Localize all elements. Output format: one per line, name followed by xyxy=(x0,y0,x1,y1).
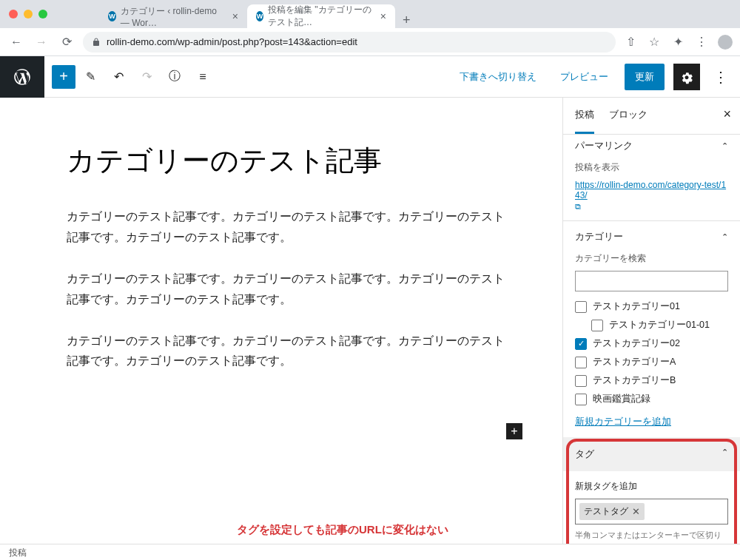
categories-panel-toggle[interactable]: カテゴリー ⌃ xyxy=(575,230,728,243)
panel-title: タグ xyxy=(575,448,594,461)
category-label: テストカテゴリーB xyxy=(593,374,676,387)
wordpress-favicon: W xyxy=(256,11,263,21)
tags-panel-wrapper: タグ ⌃ 新規タグを追加 テストタグ ✕ 半角コンマまたはエンターキーで区切りま… xyxy=(563,437,740,560)
settings-sidebar: 投稿 ブロック × パーマリンク ⌃ 投稿を表示 https://rollin-… xyxy=(562,98,740,560)
search-categories-label: カテゴリーを検索 xyxy=(575,252,728,265)
browser-tab-strip: W カテゴリー ‹ rollin-demo — Wor… × W 投稿を編集 "… xyxy=(0,0,740,28)
category-label: 映画鑑賞記録 xyxy=(593,393,650,405)
external-link-icon: ⧉ xyxy=(575,202,581,211)
tag-input[interactable]: テストタグ ✕ xyxy=(575,499,728,524)
category-label: テストカテゴリー01 xyxy=(593,300,680,313)
category-item[interactable]: ✓テストカテゴリー02 xyxy=(575,334,728,353)
redo-button[interactable]: ↷ xyxy=(133,64,160,90)
more-menu-icon[interactable]: ⋮ xyxy=(709,68,733,86)
new-tab-button[interactable]: + xyxy=(395,13,418,28)
extensions-icon[interactable]: ✦ xyxy=(670,35,685,50)
paragraph-block[interactable]: カテゴリーのテスト記事です。カテゴリーのテスト記事です。カテゴリーのテスト記事で… xyxy=(67,331,511,372)
block-breadcrumb[interactable]: 投稿 xyxy=(0,544,740,560)
sidebar-tabs: 投稿 ブロック × xyxy=(563,98,740,135)
back-button[interactable]: ← xyxy=(7,33,25,51)
tab-block[interactable]: ブロック xyxy=(609,98,648,134)
paragraph-block[interactable]: カテゴリーのテスト記事です。カテゴリーのテスト記事です。カテゴリーのテスト記事で… xyxy=(67,206,511,248)
category-item[interactable]: テストカテゴリーA xyxy=(575,353,728,371)
tag-pill: テストタグ ✕ xyxy=(579,503,645,520)
browser-tab-1[interactable]: W カテゴリー ‹ rollin-demo — Wor… × xyxy=(99,4,247,28)
category-label: テストカテゴリー02 xyxy=(593,337,680,350)
permalink-panel-toggle[interactable]: パーマリンク ⌃ xyxy=(575,139,728,152)
tab-title: カテゴリー ‹ rollin-demo — Wor… xyxy=(121,5,225,28)
editor-canvas[interactable]: カテゴリーのテスト記事 カテゴリーのテスト記事です。カテゴリーのテスト記事です。… xyxy=(0,98,562,560)
view-post-label: 投稿を表示 xyxy=(575,161,728,174)
chevron-up-icon: ⌃ xyxy=(722,448,728,461)
publish-button[interactable]: 更新 xyxy=(625,64,665,90)
info-icon[interactable]: ⓘ xyxy=(161,64,188,90)
edit-mode-icon[interactable]: ✎ xyxy=(77,64,104,90)
menu-icon[interactable]: ⋮ xyxy=(694,35,709,50)
category-item[interactable]: 映画鑑賞記録 xyxy=(575,390,728,408)
outline-icon[interactable]: ≡ xyxy=(189,64,216,90)
post-title[interactable]: カテゴリーのテスト記事 xyxy=(67,142,548,180)
window-controls xyxy=(9,10,47,18)
tab-post[interactable]: 投稿 xyxy=(575,98,594,134)
permalink-url[interactable]: https://rollin-demo.com/category-test/14… xyxy=(575,180,728,200)
settings-icon[interactable] xyxy=(673,64,700,90)
url-text: rollin-demo.com/wp-admin/post.php?post=1… xyxy=(107,36,357,47)
category-item[interactable]: テストカテゴリー01 xyxy=(575,297,728,316)
paragraph-block[interactable]: カテゴリーのテスト記事です。カテゴリーのテスト記事です。カテゴリーのテスト記事で… xyxy=(67,269,511,310)
block-appender-button[interactable]: + xyxy=(506,423,522,439)
tag-label: テストタグ xyxy=(584,505,628,518)
tab-close-icon[interactable]: × xyxy=(232,10,238,22)
chevron-up-icon: ⌃ xyxy=(722,141,728,151)
editor-header: + ✎ ↶ ↷ ⓘ ≡ 下書きへ切り替え プレビュー 更新 ⋮ xyxy=(0,56,740,98)
close-sidebar-icon[interactable]: × xyxy=(723,107,731,122)
add-category-link[interactable]: 新規カテゴリーを追加 xyxy=(575,416,671,428)
browser-url-bar: ← → ⟳ rollin-demo.com/wp-admin/post.php?… xyxy=(0,28,740,56)
tab-title: 投稿を編集 "カテゴリーのテスト記… xyxy=(268,4,373,29)
checkbox[interactable] xyxy=(575,301,587,313)
tutorial-annotation: タグを設定しても記事のURLに変化はない xyxy=(237,523,448,537)
tab-close-icon[interactable]: × xyxy=(380,10,386,22)
category-label: テストカテゴリーA xyxy=(593,356,676,368)
extension-icons: ⇧ ☆ ✦ ⋮ xyxy=(623,35,733,50)
switch-draft-button[interactable]: 下書きへ切り替え xyxy=(452,64,544,90)
checkbox[interactable] xyxy=(575,357,587,368)
profile-avatar[interactable] xyxy=(718,35,733,50)
tags-panel-toggle[interactable]: タグ ⌃ xyxy=(563,437,740,471)
panel-title: カテゴリー xyxy=(575,230,623,243)
checkbox[interactable] xyxy=(575,394,587,405)
categories-panel: カテゴリー ⌃ カテゴリーを検索 テストカテゴリー01テストカテゴリー01-01… xyxy=(563,221,740,438)
forward-button[interactable]: → xyxy=(33,33,50,51)
bookmark-icon[interactable]: ☆ xyxy=(647,35,662,50)
wordpress-favicon: W xyxy=(108,11,116,21)
browser-tab-2[interactable]: W 投稿を編集 "カテゴリーのテスト記… × xyxy=(247,4,395,28)
category-label: テストカテゴリー01-01 xyxy=(609,319,710,331)
checkbox[interactable] xyxy=(591,320,603,331)
checkbox[interactable] xyxy=(575,375,587,387)
reload-button[interactable]: ⟳ xyxy=(58,33,75,51)
chevron-up-icon: ⌃ xyxy=(722,232,728,242)
address-bar[interactable]: rollin-demo.com/wp-admin/post.php?post=1… xyxy=(83,32,616,53)
maximize-window-icon[interactable] xyxy=(38,10,47,18)
preview-button[interactable]: プレビュー xyxy=(553,64,616,90)
wordpress-logo[interactable] xyxy=(0,56,44,98)
close-window-icon[interactable] xyxy=(9,10,18,18)
add-block-button[interactable]: + xyxy=(52,65,75,89)
undo-button[interactable]: ↶ xyxy=(105,64,132,90)
share-icon[interactable]: ⇧ xyxy=(623,35,638,50)
checkbox[interactable]: ✓ xyxy=(575,338,587,350)
category-item[interactable]: テストカテゴリー01-01 xyxy=(575,316,728,334)
add-tag-label: 新規タグを追加 xyxy=(575,480,728,493)
minimize-window-icon[interactable] xyxy=(24,10,33,18)
permalink-panel: パーマリンク ⌃ 投稿を表示 https://rollin-demo.com/c… xyxy=(563,135,740,221)
category-search-input[interactable] xyxy=(575,271,728,291)
remove-tag-icon[interactable]: ✕ xyxy=(632,506,640,517)
category-item[interactable]: テストカテゴリーB xyxy=(575,371,728,390)
panel-title: パーマリンク xyxy=(575,139,633,152)
lock-icon xyxy=(92,38,101,47)
